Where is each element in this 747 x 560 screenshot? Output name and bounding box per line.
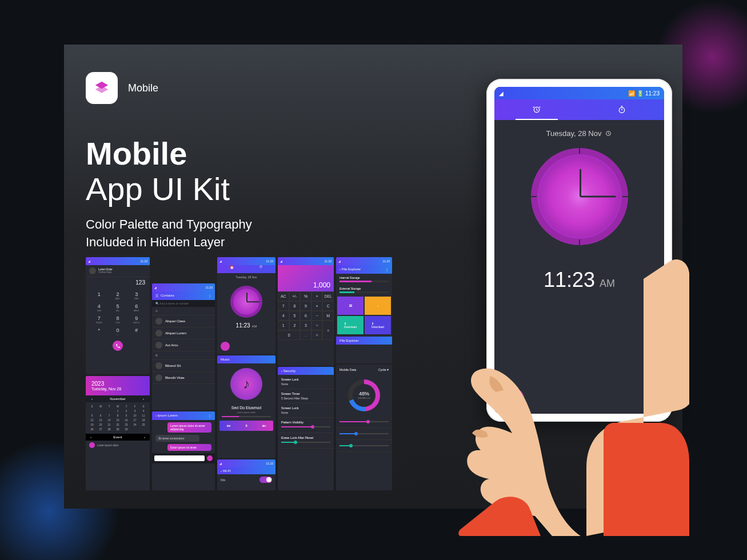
msg-out: Lorem ipsum dolor sit amet adipisicing	[167, 422, 211, 433]
msg-in: Sit amet consectetur	[155, 435, 199, 442]
play-btn[interactable]: ⏸	[245, 424, 248, 427]
mini-status-bar: ◢11:23	[86, 257, 150, 265]
mini-clock-face	[230, 286, 262, 318]
more-icon[interactable]: ⋮	[208, 294, 211, 298]
contact-row[interactable]: Aliquet Class	[152, 315, 215, 327]
key-7[interactable]: 7PQRS	[96, 315, 102, 324]
timer-tab[interactable]: ⏱	[246, 265, 275, 273]
wifi-screen: ◢11:23 ‹ Wi-Fi On	[217, 459, 275, 490]
mic-button[interactable]	[207, 455, 213, 461]
stopwatch-icon	[617, 105, 626, 114]
sec-slider-row: Pattern Visibility	[278, 418, 334, 433]
album-art: ♪	[230, 368, 262, 400]
hand-illustration	[358, 159, 689, 536]
key-0[interactable]: 0+	[116, 327, 119, 336]
section-b: B	[152, 351, 215, 360]
mini-status: ◢11:23	[217, 257, 275, 265]
key-8[interactable]: 8TUV	[115, 315, 120, 324]
msg-out: Dolor ipsum sit amet	[167, 444, 211, 451]
alarm-tab[interactable]: ⏰	[217, 265, 246, 273]
wifi-toggle-row: On	[217, 474, 275, 485]
track-title: Sed Do Eiusmod	[217, 405, 275, 411]
calculator-screen: ◢11:23 1,000 AC+/-%+DEL 789×C 456−M 123÷…	[278, 257, 334, 366]
dial-display: 123	[86, 277, 150, 288]
contacts-screen: ◢11:23 ☰Contacts⋮ 🔍 Add a name or number…	[152, 283, 215, 410]
chat-screen: ‹ Ipsum Lorem⋮ Lorem ipsum dolor sit ame…	[152, 411, 215, 490]
mini-status: ◢11:23	[278, 257, 334, 265]
music-screen: Music ♪ Sed Do Eiusmod Lorem ipsum dolor…	[217, 355, 275, 458]
event-row: Lorem ipsum dolor	[86, 441, 150, 450]
security-screen: ‹ Security Screen LockNone Screen Timer5…	[278, 367, 334, 490]
dialer-screen: ◢11:23 Lorem DolorOnline Now 123 12ABC3D…	[86, 257, 150, 374]
search-bar[interactable]: 🔍 Add a name or number	[152, 300, 215, 307]
status-bar: ◢ 📶 🔋 11:23	[494, 87, 664, 99]
wifi-header: ‹ Wi-Fi	[217, 467, 275, 474]
wifi-toggle[interactable]	[259, 477, 272, 483]
next-btn[interactable]: ⏭	[262, 424, 266, 427]
clock-date: Tuesday, 28 Nov	[494, 120, 664, 142]
security-header: ‹ Security	[278, 367, 334, 375]
phone-icon	[115, 343, 121, 349]
chat-header: ‹ Ipsum Lorem⋮	[152, 411, 215, 420]
sec-row[interactable]: Screen LockNone	[278, 403, 334, 418]
progress-bar[interactable]	[222, 416, 271, 417]
subhead-line2: Included in Hidden Layer	[86, 234, 252, 251]
headline-line1: Mobile	[86, 136, 230, 171]
sec-row[interactable]: Screen LockNone	[278, 375, 334, 389]
calendar-screen: 2023 Tuesday, Nov 28 ‹November› SMTWTFS …	[86, 376, 150, 490]
key-6[interactable]: 6MNO	[134, 303, 139, 312]
mini-time: 11:23 AM	[217, 322, 275, 329]
dialpad: 12ABC3DEF 4GHI5JKL6MNO 7PQRS8TUV9WXYZ *0…	[86, 288, 150, 339]
sec-row[interactable]: Screen Timer5 Second After Sleep	[278, 389, 334, 403]
key-5[interactable]: 5JKL	[116, 303, 120, 312]
app-badge: Mobile	[86, 72, 158, 104]
event-dot	[89, 442, 95, 448]
mini-status: ◢11:23	[217, 459, 275, 467]
contact-row[interactable]: Bibend Sit	[152, 360, 215, 372]
chat-input[interactable]	[154, 455, 205, 461]
stopwatch-tab[interactable]	[580, 99, 665, 120]
contact-row[interactable]: Blandit Vitae	[152, 372, 215, 384]
layers-icon	[93, 79, 110, 97]
headline: Mobile App UI Kit	[86, 136, 230, 206]
prev-btn[interactable]: ⏮	[227, 424, 230, 427]
key-hash[interactable]: #	[135, 327, 138, 336]
key-star[interactable]: *	[98, 327, 101, 336]
event-bar: ‹Event›	[86, 434, 150, 441]
clock-mini-screen: ◢11:23 ⏰⏱ Tuesday, 28 Nov 11:23 AM	[217, 257, 275, 354]
calc-display: 1,000	[278, 265, 334, 291]
recent-call: Lorem DolorOnline Now	[86, 265, 150, 277]
section-a: A	[152, 307, 215, 315]
key-9[interactable]: 9WXYZ	[133, 315, 140, 324]
key-3[interactable]: 3DEF	[134, 291, 139, 300]
call-button[interactable]	[113, 341, 123, 351]
fab-mini[interactable]	[221, 342, 230, 351]
cal-header: 2023 Tuesday, Nov 28	[86, 376, 150, 395]
wifi-on-label: On	[221, 478, 225, 482]
mini-date: Tuesday, 28 Nov	[217, 273, 275, 281]
cal-year: 2023	[88, 378, 147, 387]
contact-row[interactable]: Aut Arcu	[152, 339, 215, 351]
alarm-tab[interactable]	[494, 99, 580, 120]
menu-icon[interactable]: ☰	[155, 294, 158, 298]
cal-date: Tuesday, Nov 28	[88, 387, 147, 393]
status-right: 📶 🔋 11:23	[628, 90, 660, 97]
alarm-icon	[605, 130, 612, 137]
brand-label: Mobile	[128, 82, 158, 94]
key-1[interactable]: 1	[98, 291, 101, 300]
headline-line2: App UI Kit	[86, 171, 230, 207]
screen-cluster: ◢11:23 Lorem DolorOnline Now 123 12ABC3D…	[86, 257, 383, 490]
subhead-line1: Color Palette and Typography	[86, 216, 252, 234]
contact-row[interactable]: Aliquet Lorem	[152, 327, 215, 339]
month-label: November	[110, 397, 126, 401]
key-2[interactable]: 2ABC	[115, 291, 120, 300]
contacts-header: ☰Contacts⋮	[152, 291, 215, 300]
phone-mockup: ◢ 📶 🔋 11:23 Tuesday, 28 Nov 11:23AM	[432, 79, 695, 513]
music-header: Music	[217, 355, 275, 363]
player-controls: ⏮ ⏸ ⏭	[219, 421, 273, 431]
prev-month[interactable]: ‹	[91, 397, 93, 401]
chat-input-bar	[152, 453, 215, 463]
alarm-icon	[532, 105, 541, 114]
next-month[interactable]: ›	[143, 397, 144, 401]
key-4[interactable]: 4GHI	[97, 303, 101, 312]
